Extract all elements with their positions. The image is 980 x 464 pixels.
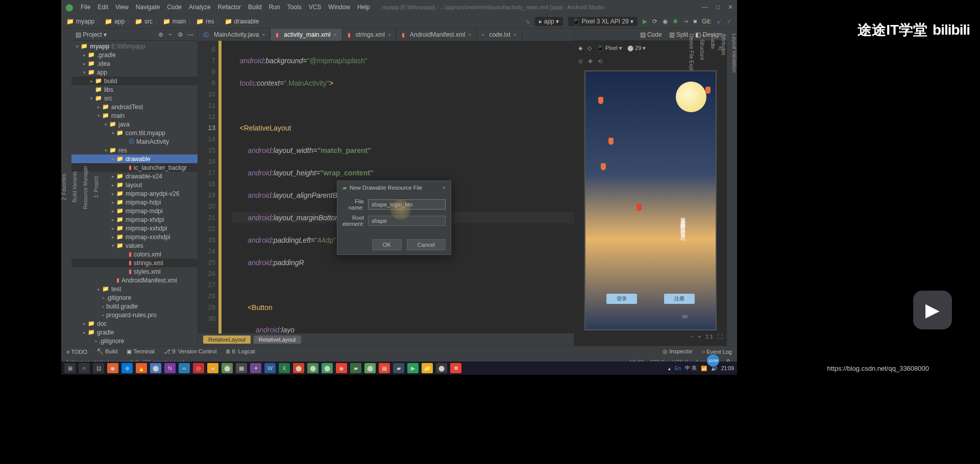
menu-navigate[interactable]: Navigate: [136, 4, 160, 11]
blueprint-icon[interactable]: ◇: [587, 45, 592, 51]
menu-help[interactable]: Help: [357, 4, 370, 11]
collapse-icon[interactable]: —: [187, 31, 193, 38]
taskbar-app[interactable]: 📁: [422, 363, 433, 373]
menu-run[interactable]: Run: [269, 4, 280, 11]
taskbar-app[interactable]: ▶: [407, 363, 419, 373]
taskbar-app[interactable]: ◉: [107, 363, 118, 373]
tab-resource-manager[interactable]: Resource Manager: [83, 34, 88, 341]
device-preview[interactable]: 我是遥远的明月犹在每一个思 登录 注册 90: [584, 70, 717, 330]
taskbar-app[interactable]: W: [264, 363, 276, 373]
project-tree[interactable]: ▾📁myapp E:\ttit\myapp ▸📁.gradle ▸📁.idea …: [71, 41, 198, 346]
taskbar-app[interactable]: ⬤: [222, 363, 233, 373]
stop-icon[interactable]: ■: [693, 18, 697, 25]
bug-icon[interactable]: ✱: [673, 18, 678, 25]
run-config[interactable]: ▸ app ▾: [535, 17, 563, 26]
taskbar-app[interactable]: ⬤: [322, 363, 333, 373]
git-push-icon[interactable]: ✓: [727, 18, 732, 25]
menu-refactor[interactable]: Refactor: [218, 4, 241, 11]
api-picker[interactable]: ⬤ 29 ▾: [627, 45, 646, 51]
dialog-close-icon[interactable]: ×: [443, 185, 446, 191]
tab-mainactivity[interactable]: ⒸMainActivity.java×: [198, 29, 271, 41]
split-icon[interactable]: ⫟: [167, 31, 174, 38]
taskbar-app[interactable]: ▰: [393, 363, 404, 373]
tray-wifi-icon[interactable]: 📶: [701, 366, 707, 371]
taskbar-app[interactable]: ⬤: [293, 363, 304, 373]
tab-favorites[interactable]: 2: Favorites: [61, 34, 67, 341]
menu-window[interactable]: Window: [328, 4, 350, 11]
taskbar-app[interactable]: ∞: [179, 363, 190, 373]
taskbar-app[interactable]: ✖: [450, 363, 461, 373]
tab-manifest[interactable]: ▮AndroidManifest.xml×: [397, 29, 477, 41]
taskbar-app[interactable]: ⬤: [150, 363, 161, 373]
tray-lang[interactable]: En: [675, 366, 681, 371]
project-dropdown[interactable]: ▤ Project ▾: [76, 31, 107, 38]
start-icon[interactable]: ⊞: [64, 363, 76, 373]
bilibili-play-icon[interactable]: ▶: [913, 291, 952, 329]
debug-icon[interactable]: ⟳: [652, 18, 657, 25]
git-pull-icon[interactable]: ↙: [717, 18, 722, 25]
gear-icon[interactable]: ⚙: [178, 31, 183, 38]
tab-vc[interactable]: ⎇ 9: Version Control: [164, 348, 217, 355]
taskbar-app[interactable]: ⬤: [307, 363, 318, 373]
zoom-icon[interactable]: ⊙: [578, 58, 583, 65]
tab-eventlog[interactable]: ○ Event Log: [702, 349, 732, 355]
mode-code[interactable]: ▤ Code: [640, 31, 662, 38]
menu-tools[interactable]: Tools: [287, 4, 302, 11]
close-icon[interactable]: ✕: [728, 4, 733, 11]
menu-build[interactable]: Build: [248, 4, 262, 11]
menu-vcs[interactable]: VCS: [309, 4, 322, 11]
preview-login-button[interactable]: 登录: [606, 294, 637, 304]
menu-file[interactable]: File: [81, 4, 90, 11]
tab-code-txt[interactable]: ▫code.txt×: [477, 29, 522, 41]
rotate-icon[interactable]: ⟲: [598, 58, 602, 65]
tab-activity-main[interactable]: ▮activity_main.xml×: [271, 29, 342, 41]
taskbar-app[interactable]: X: [279, 363, 290, 373]
tray-icon[interactable]: ▴: [668, 366, 671, 371]
taskbar-app[interactable]: ▰: [207, 363, 218, 373]
tab-logcat[interactable]: ≣ 6: Logcat: [226, 348, 255, 355]
tab-build[interactable]: 🔨 Build: [96, 348, 118, 355]
taskbar-app[interactable]: ⬤: [436, 363, 447, 373]
tab-build-variants[interactable]: Build Variants: [72, 34, 78, 341]
tray-ime[interactable]: 中 英: [685, 365, 697, 372]
tab-inspector[interactable]: ◎ Inspector: [663, 348, 692, 355]
attach-icon[interactable]: ⇢: [683, 18, 688, 25]
pan-icon[interactable]: ✥: [588, 58, 593, 65]
device-picker[interactable]: 📱 Pixel ▾: [597, 45, 622, 51]
file-name-input[interactable]: [368, 199, 446, 210]
xml-breadcrumb[interactable]: RelativeLayout RelativeLayout: [198, 333, 574, 346]
device-selector[interactable]: 📱 Pixel 3 XL API 29 ▾: [568, 17, 638, 26]
taskview-icon[interactable]: ⊡: [93, 363, 104, 373]
target-icon[interactable]: ⊕: [158, 31, 163, 38]
taskbar-app[interactable]: ▦: [236, 363, 247, 373]
tab-todo[interactable]: ≡ TODO: [66, 349, 87, 355]
mode-split[interactable]: ▥ Split: [669, 31, 689, 38]
tab-project[interactable]: 1: Project: [93, 34, 99, 341]
taskbar-app[interactable]: 🔥: [136, 363, 147, 373]
taskbar-app[interactable]: ◉: [336, 363, 347, 373]
ok-button[interactable]: OK: [372, 239, 402, 250]
taskbar-app[interactable]: N: [164, 363, 176, 373]
taskbar-app[interactable]: ◎: [193, 363, 204, 373]
hammer-icon[interactable]: ↘: [525, 18, 530, 25]
taskbar-app[interactable]: ⬤: [364, 363, 376, 373]
preview-register-button[interactable]: 注册: [664, 294, 695, 304]
breadcrumb[interactable]: 📁 myapp〉 📁app〉 📁src〉 📁main〉 📁res〉 📁drawa…: [66, 17, 259, 25]
taskbar-app[interactable]: ✦: [250, 363, 261, 373]
tab-attributes[interactable]: Attributes: [721, 34, 726, 341]
menu-analyze[interactable]: Analyze: [189, 4, 211, 11]
menu-code[interactable]: Code: [167, 4, 182, 11]
minimize-icon[interactable]: —: [702, 4, 708, 11]
maximize-icon[interactable]: □: [716, 4, 720, 11]
menu-edit[interactable]: Edit: [97, 4, 108, 11]
run-icon[interactable]: ▶: [643, 18, 647, 25]
root-element-input[interactable]: [368, 216, 446, 226]
palette-icon[interactable]: ◈: [578, 45, 582, 51]
taskbar-app[interactable]: ⊕: [121, 363, 133, 373]
taskbar-app[interactable]: ▰: [350, 363, 361, 373]
tab-terminal[interactable]: ▣ Terminal: [127, 348, 154, 355]
profile-icon[interactable]: ◉: [663, 18, 668, 25]
menu-view[interactable]: View: [115, 4, 129, 11]
taskbar-app[interactable]: ▦: [379, 363, 390, 373]
cortana-icon[interactable]: ○: [79, 363, 90, 373]
